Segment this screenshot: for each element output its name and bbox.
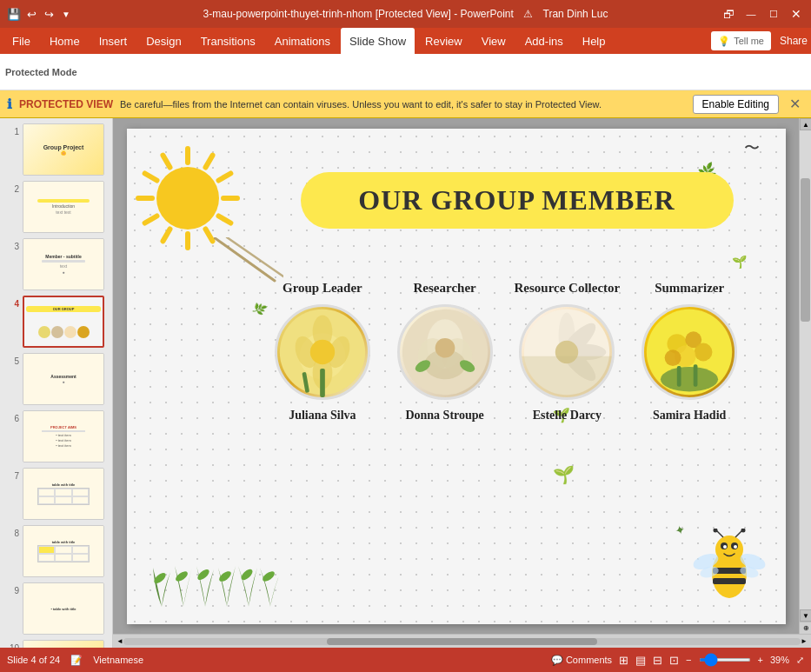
view-slide-icon[interactable]: ▤	[635, 654, 646, 667]
tab-help[interactable]: Help	[574, 28, 615, 54]
tab-design[interactable]: Design	[137, 28, 189, 54]
slide-thumb-7[interactable]: 7 table with title	[7, 468, 105, 520]
content-area: 🌿 〜 🌱 🌿 🌱 ✦ OUR GROUP MEMBER	[113, 118, 811, 648]
scroll-thumb[interactable]	[801, 178, 810, 322]
share-btn[interactable]: Share	[780, 35, 808, 47]
tab-animations[interactable]: Animations	[266, 28, 339, 54]
member-col-1: Group Leader	[262, 281, 383, 422]
tab-slideshow[interactable]: Slide Show	[341, 28, 415, 54]
view-reading-icon[interactable]: ⊟	[653, 654, 662, 667]
slide-num-4: 4	[7, 299, 19, 309]
slide-thumb-4[interactable]: 4 OUR GROUP	[7, 296, 105, 348]
slide-title: OUR GROUP MEMBER	[327, 184, 708, 216]
slide-thumb-2[interactable]: 2 Introduction text text	[7, 181, 105, 233]
hscroll-left-btn[interactable]: ◄	[116, 637, 123, 645]
slide-img-3[interactable]: Member - subtitle text ●	[23, 238, 104, 290]
deco-swirl-tr: 〜	[744, 137, 760, 158]
hscroll-track[interactable]	[123, 638, 801, 645]
slide-img-7[interactable]: table with title	[23, 468, 104, 520]
svg-point-62	[713, 529, 717, 533]
redo-icon[interactable]: ↪	[42, 7, 56, 21]
zoom-slider[interactable]	[699, 658, 751, 662]
tab-home[interactable]: Home	[41, 28, 89, 54]
svg-line-70	[227, 237, 283, 276]
scroll-down-btn[interactable]: ▼	[800, 609, 811, 622]
tab-transitions[interactable]: Transitions	[192, 28, 264, 54]
slide-thumb-5[interactable]: 5 Assessment ●	[7, 353, 105, 405]
slide-preview-4: OUR GROUP	[24, 297, 103, 346]
svg-point-64	[741, 529, 745, 533]
slide-img-4[interactable]: OUR GROUP	[23, 296, 104, 348]
undo-icon[interactable]: ↩	[24, 7, 38, 21]
hscroll-thumb[interactable]	[327, 638, 598, 645]
svg-rect-46	[694, 364, 698, 387]
svg-point-49	[196, 567, 210, 581]
tab-addins[interactable]: Add-ins	[516, 28, 572, 54]
tab-file[interactable]: File	[3, 28, 39, 54]
slide-thumb-6[interactable]: 6 PROJECT AIMS • text item • text item •…	[7, 410, 105, 462]
horizontal-scrollbar[interactable]: ◄ ►	[113, 634, 811, 648]
view-presenter-icon[interactable]: ⊡	[669, 654, 679, 667]
slide-preview-7: table with title	[23, 469, 103, 519]
slide-num-5: 5	[7, 356, 19, 366]
view-normal-icon[interactable]: ⊞	[619, 654, 628, 667]
close-bar-button[interactable]: ✕	[786, 96, 804, 112]
slide-thumb-1[interactable]: 1 Group Project 🌼	[7, 123, 105, 176]
title-text: 3-mau-powerpoint-thuyet-trinh-nhom [Prot…	[203, 8, 514, 20]
slide-img-10[interactable]: The End Page	[23, 640, 104, 648]
language-label: Vietnamese	[93, 655, 143, 665]
status-bar: Slide 4 of 24 📝 Vietnamese 💬 Comments ⊞ …	[0, 648, 811, 672]
zoom-plus-btn[interactable]: +	[758, 655, 763, 665]
svg-point-20	[310, 339, 335, 363]
vertical-scrollbar[interactable]: ▲ ▼ ⊕	[799, 118, 811, 634]
slide-img-8[interactable]: table with title	[23, 525, 104, 577]
tell-me-box[interactable]: 💡 Tell me	[711, 31, 771, 50]
member-photo-1	[275, 304, 370, 400]
svg-rect-11	[159, 151, 173, 170]
slide-preview-10: The End Page	[23, 641, 103, 648]
maximize-btn[interactable]: ☐	[766, 6, 781, 22]
minimize-btn[interactable]: —	[743, 6, 759, 22]
slide-thumb-8[interactable]: 8 table with title	[7, 525, 105, 577]
status-icon-1[interactable]: 📝	[70, 655, 83, 666]
slide-preview-3: Member - subtitle text ●	[23, 239, 103, 289]
zoom-slider-area[interactable]	[699, 658, 751, 662]
save-icon[interactable]: 💾	[7, 7, 21, 21]
close-btn[interactable]: ✕	[788, 6, 804, 22]
role-label-4: Summarizer	[655, 281, 724, 296]
scroll-extra: ⊕	[800, 622, 811, 634]
slide-thumb-9[interactable]: 9 • table with title	[7, 582, 105, 635]
slide-count: Slide 4 of 24	[7, 655, 60, 665]
tab-insert[interactable]: Insert	[90, 28, 136, 54]
roles-row: Group Leader	[262, 281, 751, 422]
slide-img-2[interactable]: Introduction text text	[23, 181, 104, 233]
member-photo-3	[519, 304, 615, 400]
slide-thumb-3[interactable]: 3 Member - subtitle text ●	[7, 238, 105, 290]
svg-point-50	[217, 569, 233, 582]
slide-img-6[interactable]: PROJECT AIMS • text item • text item • t…	[23, 410, 104, 462]
slide-num-10: 10	[7, 643, 19, 648]
enable-editing-button[interactable]: Enable Editing	[693, 95, 779, 114]
scroll-track[interactable]	[800, 130, 811, 609]
tab-view[interactable]: View	[473, 28, 515, 54]
svg-rect-4	[215, 212, 234, 226]
member-photo-svg-1	[277, 304, 368, 400]
scroll-up-btn[interactable]: ▲	[800, 118, 811, 130]
role-label-1: Group Leader	[283, 281, 362, 296]
slide-thumb-10[interactable]: 10 The End Page	[7, 640, 105, 648]
restore-down-btn[interactable]: 🗗	[721, 6, 736, 22]
title-bar-left: 💾 ↩ ↪ ▼	[7, 7, 73, 21]
zoom-minus-btn[interactable]: −	[686, 655, 691, 665]
tab-review[interactable]: Review	[416, 28, 471, 54]
slide-img-1[interactable]: Group Project 🌼	[23, 123, 104, 176]
comments-label[interactable]: 💬 Comments	[551, 655, 612, 666]
deco-strokes	[214, 237, 283, 289]
fit-window-btn[interactable]: ⤢	[796, 655, 804, 666]
customize-icon[interactable]: ▼	[59, 7, 73, 21]
member-photo-2	[397, 304, 493, 400]
hscroll-right-btn[interactable]: ►	[801, 637, 808, 645]
zoom-level: 39%	[770, 655, 789, 665]
svg-rect-10	[141, 170, 160, 183]
slide-img-9[interactable]: • table with title	[23, 582, 104, 635]
slide-img-5[interactable]: Assessment ●	[23, 353, 104, 405]
